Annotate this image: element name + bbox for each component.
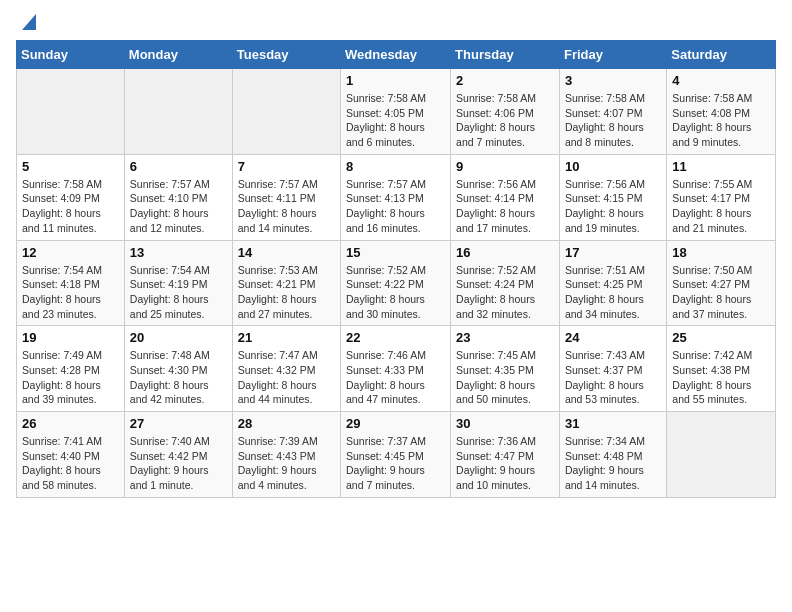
calendar-cell: 31Sunrise: 7:34 AM Sunset: 4:48 PM Dayli… (559, 412, 666, 498)
day-number: 12 (22, 245, 119, 260)
day-number: 31 (565, 416, 661, 431)
day-info: Sunrise: 7:41 AM Sunset: 4:40 PM Dayligh… (22, 434, 119, 493)
day-number: 10 (565, 159, 661, 174)
weekday-header-monday: Monday (124, 41, 232, 69)
logo (16, 16, 36, 32)
day-number: 4 (672, 73, 770, 88)
calendar-cell (17, 69, 125, 155)
calendar-cell: 12Sunrise: 7:54 AM Sunset: 4:18 PM Dayli… (17, 240, 125, 326)
day-number: 3 (565, 73, 661, 88)
day-info: Sunrise: 7:40 AM Sunset: 4:42 PM Dayligh… (130, 434, 227, 493)
calendar-table: SundayMondayTuesdayWednesdayThursdayFrid… (16, 40, 776, 498)
day-info: Sunrise: 7:34 AM Sunset: 4:48 PM Dayligh… (565, 434, 661, 493)
calendar-cell: 29Sunrise: 7:37 AM Sunset: 4:45 PM Dayli… (341, 412, 451, 498)
svg-marker-0 (22, 14, 36, 30)
day-info: Sunrise: 7:58 AM Sunset: 4:09 PM Dayligh… (22, 177, 119, 236)
calendar-week-row: 1Sunrise: 7:58 AM Sunset: 4:05 PM Daylig… (17, 69, 776, 155)
day-number: 23 (456, 330, 554, 345)
day-info: Sunrise: 7:36 AM Sunset: 4:47 PM Dayligh… (456, 434, 554, 493)
calendar-cell: 16Sunrise: 7:52 AM Sunset: 4:24 PM Dayli… (451, 240, 560, 326)
day-info: Sunrise: 7:57 AM Sunset: 4:13 PM Dayligh… (346, 177, 445, 236)
logo-triangle-icon (18, 14, 36, 32)
weekday-header-wednesday: Wednesday (341, 41, 451, 69)
calendar-cell: 24Sunrise: 7:43 AM Sunset: 4:37 PM Dayli… (559, 326, 666, 412)
calendar-cell: 27Sunrise: 7:40 AM Sunset: 4:42 PM Dayli… (124, 412, 232, 498)
day-number: 15 (346, 245, 445, 260)
calendar-cell: 30Sunrise: 7:36 AM Sunset: 4:47 PM Dayli… (451, 412, 560, 498)
calendar-cell: 8Sunrise: 7:57 AM Sunset: 4:13 PM Daylig… (341, 154, 451, 240)
day-number: 8 (346, 159, 445, 174)
day-info: Sunrise: 7:45 AM Sunset: 4:35 PM Dayligh… (456, 348, 554, 407)
calendar-cell: 19Sunrise: 7:49 AM Sunset: 4:28 PM Dayli… (17, 326, 125, 412)
calendar-cell: 6Sunrise: 7:57 AM Sunset: 4:10 PM Daylig… (124, 154, 232, 240)
calendar-cell: 9Sunrise: 7:56 AM Sunset: 4:14 PM Daylig… (451, 154, 560, 240)
day-number: 7 (238, 159, 335, 174)
calendar-cell: 13Sunrise: 7:54 AM Sunset: 4:19 PM Dayli… (124, 240, 232, 326)
calendar-cell: 26Sunrise: 7:41 AM Sunset: 4:40 PM Dayli… (17, 412, 125, 498)
day-info: Sunrise: 7:54 AM Sunset: 4:18 PM Dayligh… (22, 263, 119, 322)
day-number: 20 (130, 330, 227, 345)
day-number: 14 (238, 245, 335, 260)
day-number: 11 (672, 159, 770, 174)
day-number: 16 (456, 245, 554, 260)
weekday-header-tuesday: Tuesday (232, 41, 340, 69)
day-number: 2 (456, 73, 554, 88)
calendar-week-row: 26Sunrise: 7:41 AM Sunset: 4:40 PM Dayli… (17, 412, 776, 498)
calendar-cell: 28Sunrise: 7:39 AM Sunset: 4:43 PM Dayli… (232, 412, 340, 498)
calendar-week-row: 12Sunrise: 7:54 AM Sunset: 4:18 PM Dayli… (17, 240, 776, 326)
calendar-cell: 14Sunrise: 7:53 AM Sunset: 4:21 PM Dayli… (232, 240, 340, 326)
day-info: Sunrise: 7:54 AM Sunset: 4:19 PM Dayligh… (130, 263, 227, 322)
day-info: Sunrise: 7:51 AM Sunset: 4:25 PM Dayligh… (565, 263, 661, 322)
weekday-header-sunday: Sunday (17, 41, 125, 69)
day-info: Sunrise: 7:42 AM Sunset: 4:38 PM Dayligh… (672, 348, 770, 407)
day-info: Sunrise: 7:57 AM Sunset: 4:11 PM Dayligh… (238, 177, 335, 236)
calendar-cell: 23Sunrise: 7:45 AM Sunset: 4:35 PM Dayli… (451, 326, 560, 412)
day-number: 29 (346, 416, 445, 431)
calendar-body: 1Sunrise: 7:58 AM Sunset: 4:05 PM Daylig… (17, 69, 776, 498)
day-info: Sunrise: 7:52 AM Sunset: 4:24 PM Dayligh… (456, 263, 554, 322)
day-info: Sunrise: 7:58 AM Sunset: 4:06 PM Dayligh… (456, 91, 554, 150)
day-number: 5 (22, 159, 119, 174)
calendar-header: SundayMondayTuesdayWednesdayThursdayFrid… (17, 41, 776, 69)
day-number: 22 (346, 330, 445, 345)
day-info: Sunrise: 7:58 AM Sunset: 4:05 PM Dayligh… (346, 91, 445, 150)
day-info: Sunrise: 7:56 AM Sunset: 4:14 PM Dayligh… (456, 177, 554, 236)
weekday-header-saturday: Saturday (667, 41, 776, 69)
day-number: 25 (672, 330, 770, 345)
calendar-cell: 20Sunrise: 7:48 AM Sunset: 4:30 PM Dayli… (124, 326, 232, 412)
calendar-cell: 4Sunrise: 7:58 AM Sunset: 4:08 PM Daylig… (667, 69, 776, 155)
calendar-cell: 1Sunrise: 7:58 AM Sunset: 4:05 PM Daylig… (341, 69, 451, 155)
calendar-cell (232, 69, 340, 155)
calendar-cell: 22Sunrise: 7:46 AM Sunset: 4:33 PM Dayli… (341, 326, 451, 412)
day-info: Sunrise: 7:37 AM Sunset: 4:45 PM Dayligh… (346, 434, 445, 493)
weekday-header-friday: Friday (559, 41, 666, 69)
day-info: Sunrise: 7:53 AM Sunset: 4:21 PM Dayligh… (238, 263, 335, 322)
day-info: Sunrise: 7:43 AM Sunset: 4:37 PM Dayligh… (565, 348, 661, 407)
day-number: 9 (456, 159, 554, 174)
calendar-week-row: 5Sunrise: 7:58 AM Sunset: 4:09 PM Daylig… (17, 154, 776, 240)
calendar-cell: 25Sunrise: 7:42 AM Sunset: 4:38 PM Dayli… (667, 326, 776, 412)
calendar-cell (124, 69, 232, 155)
calendar-week-row: 19Sunrise: 7:49 AM Sunset: 4:28 PM Dayli… (17, 326, 776, 412)
day-number: 18 (672, 245, 770, 260)
day-number: 6 (130, 159, 227, 174)
day-info: Sunrise: 7:57 AM Sunset: 4:10 PM Dayligh… (130, 177, 227, 236)
day-number: 30 (456, 416, 554, 431)
day-info: Sunrise: 7:55 AM Sunset: 4:17 PM Dayligh… (672, 177, 770, 236)
page-header (16, 16, 776, 32)
day-number: 21 (238, 330, 335, 345)
day-number: 17 (565, 245, 661, 260)
calendar-cell: 18Sunrise: 7:50 AM Sunset: 4:27 PM Dayli… (667, 240, 776, 326)
day-info: Sunrise: 7:49 AM Sunset: 4:28 PM Dayligh… (22, 348, 119, 407)
day-info: Sunrise: 7:47 AM Sunset: 4:32 PM Dayligh… (238, 348, 335, 407)
day-info: Sunrise: 7:46 AM Sunset: 4:33 PM Dayligh… (346, 348, 445, 407)
weekday-header-row: SundayMondayTuesdayWednesdayThursdayFrid… (17, 41, 776, 69)
calendar-cell: 15Sunrise: 7:52 AM Sunset: 4:22 PM Dayli… (341, 240, 451, 326)
day-info: Sunrise: 7:58 AM Sunset: 4:08 PM Dayligh… (672, 91, 770, 150)
day-number: 26 (22, 416, 119, 431)
day-number: 24 (565, 330, 661, 345)
calendar-cell: 7Sunrise: 7:57 AM Sunset: 4:11 PM Daylig… (232, 154, 340, 240)
day-number: 13 (130, 245, 227, 260)
day-info: Sunrise: 7:50 AM Sunset: 4:27 PM Dayligh… (672, 263, 770, 322)
day-info: Sunrise: 7:48 AM Sunset: 4:30 PM Dayligh… (130, 348, 227, 407)
